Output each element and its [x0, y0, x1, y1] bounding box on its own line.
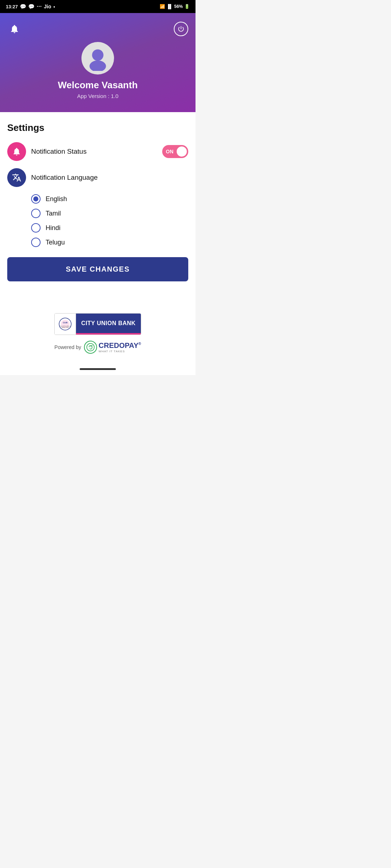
header-section: Welcome Vasanth App Version : 1.0	[0, 13, 196, 112]
radio-telugu-outer	[31, 238, 41, 247]
radio-tamil-outer	[31, 209, 41, 218]
svg-text:SINCE 1904: SINCE 1904	[61, 327, 69, 328]
notification-language-label: Notification Language	[31, 174, 188, 182]
status-time: 13:27	[6, 4, 18, 9]
language-options: English Tamil Hindi Telugu	[31, 194, 188, 247]
wifi-icon: 📶	[160, 4, 165, 9]
notification-status-label: Notification Status	[31, 148, 157, 156]
save-changes-button[interactable]: SAVE CHANGES	[7, 257, 188, 281]
powered-by-label: Powered by	[54, 344, 81, 350]
settings-title: Settings	[7, 122, 188, 133]
dot-indicator: •	[53, 4, 55, 9]
bank-logo-left: CUB Trust & Excellence SINCE 1904	[55, 314, 76, 335]
language-icon-circle	[7, 168, 26, 187]
power-icon[interactable]	[174, 22, 188, 36]
radio-english-label: English	[46, 195, 67, 203]
credopay-name-block: CREDOPAY® WHAT IT TAKES	[98, 341, 141, 353]
radio-tamil[interactable]: Tamil	[31, 209, 188, 218]
header-icons	[7, 22, 188, 36]
notification-icon-circle	[7, 142, 26, 161]
avatar	[81, 42, 114, 75]
messages-icon: 💬	[28, 4, 34, 9]
footer-section: CUB Trust & Excellence SINCE 1904 CITY U…	[0, 292, 196, 365]
signal-icon: ▐▌	[167, 4, 173, 9]
svg-point-1	[89, 60, 106, 71]
notification-language-section: Notification Language English Tamil Hind…	[7, 168, 188, 247]
svg-point-7	[87, 344, 94, 351]
radio-hindi[interactable]: Hindi	[31, 223, 188, 233]
radio-telugu[interactable]: Telugu	[31, 238, 188, 247]
home-indicator	[80, 368, 116, 370]
bell-icon[interactable]	[7, 22, 22, 36]
powered-by-section: Powered by CREDOPAY® WHAT IT TAKES	[54, 341, 141, 354]
radio-hindi-outer	[31, 223, 41, 233]
bank-logo-right: CITY UNION BANK	[76, 314, 141, 335]
radio-english-inner	[33, 196, 38, 201]
radio-tamil-label: Tamil	[46, 210, 61, 217]
home-bar	[0, 365, 196, 375]
welcome-text: Welcome Vasanth	[58, 80, 138, 91]
status-bar: 13:27 💬 💬 ⋯ Jio • 📶 ▐▌ 56% 🔋	[0, 0, 196, 13]
svg-text:CUB: CUB	[63, 321, 68, 324]
svg-point-0	[92, 50, 104, 61]
credopay-tagline: WHAT IT TAKES	[98, 350, 141, 353]
whatsapp-icon: 💬	[20, 4, 26, 9]
notification-status-row: Notification Status ON	[7, 142, 188, 161]
status-left: 13:27 💬 💬 ⋯ Jio •	[6, 4, 55, 9]
status-right: 📶 ▐▌ 56% 🔋	[160, 4, 190, 9]
svg-text:Trust & Excellence: Trust & Excellence	[59, 326, 71, 327]
toggle-label: ON	[166, 149, 173, 154]
radio-english-outer	[31, 194, 41, 204]
toggle-knob	[177, 146, 187, 157]
notification-language-row: Notification Language	[7, 168, 188, 187]
credopay-icon	[84, 341, 97, 354]
bank-logo: CUB Trust & Excellence SINCE 1904 CITY U…	[54, 313, 141, 335]
radio-english[interactable]: English	[31, 194, 188, 204]
bank-name: CITY UNION BANK	[81, 320, 135, 327]
battery-text: 56%	[174, 4, 183, 9]
cub-icon: CUB Trust & Excellence SINCE 1904	[58, 317, 72, 331]
chat-icon: ⋯	[37, 4, 42, 9]
credopay-name: CREDOPAY®	[98, 341, 141, 349]
settings-section: Settings Notification Status ON Notifica…	[0, 112, 196, 292]
app-version: App Version : 1.0	[77, 93, 118, 99]
radio-hindi-label: Hindi	[46, 224, 60, 232]
credopay-logo: CREDOPAY® WHAT IT TAKES	[84, 341, 141, 354]
notification-toggle[interactable]: ON	[162, 145, 188, 158]
battery-icon: 🔋	[184, 4, 190, 9]
jio-icon: Jio	[44, 4, 51, 9]
radio-telugu-label: Telugu	[46, 239, 65, 246]
